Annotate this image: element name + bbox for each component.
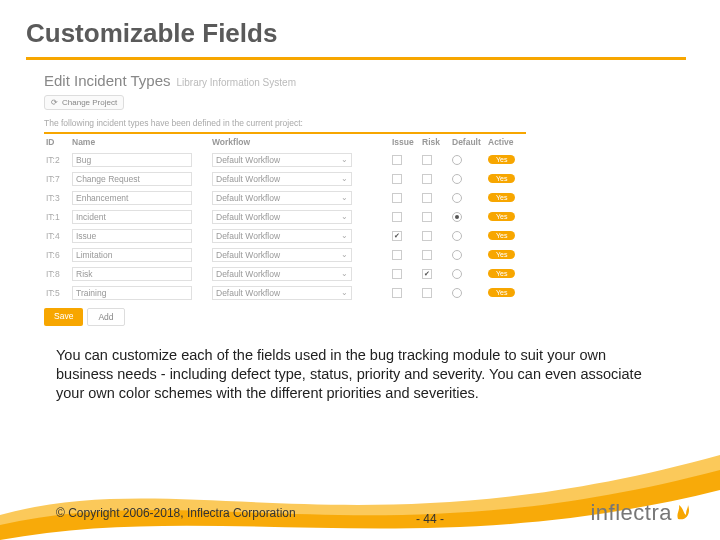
row-workflow-cell: Default Workflow⌄	[210, 169, 390, 188]
risk-checkbox[interactable]	[422, 288, 432, 298]
row-id: IT:1	[44, 207, 70, 226]
row-active-cell: Yes	[486, 226, 526, 245]
row-workflow-cell: Default Workflow⌄	[210, 283, 390, 302]
row-risk-cell	[420, 226, 450, 245]
flame-icon	[674, 501, 690, 526]
change-project-label: Change Project	[62, 98, 117, 107]
risk-checkbox[interactable]	[422, 155, 432, 165]
row-workflow-cell: Default Workflow⌄	[210, 264, 390, 283]
issue-checkbox[interactable]	[392, 193, 402, 203]
add-button[interactable]: Add	[87, 308, 124, 326]
name-input[interactable]	[72, 191, 192, 205]
slide-title: Customizable Fields	[0, 0, 720, 51]
row-id: IT:8	[44, 264, 70, 283]
name-input[interactable]	[72, 153, 192, 167]
workflow-select[interactable]: Default Workflow⌄	[212, 191, 352, 205]
workflow-select[interactable]: Default Workflow⌄	[212, 286, 352, 300]
active-toggle[interactable]: Yes	[488, 231, 515, 240]
active-toggle[interactable]: Yes	[488, 269, 515, 278]
risk-checkbox[interactable]: ✔	[422, 269, 432, 279]
issue-checkbox[interactable]	[392, 212, 402, 222]
active-toggle[interactable]: Yes	[488, 193, 515, 202]
copyright-text: © Copyright 2006-2018, Inflectra Corpora…	[56, 506, 296, 520]
name-input[interactable]	[72, 210, 192, 224]
row-id: IT:6	[44, 245, 70, 264]
risk-checkbox[interactable]	[422, 231, 432, 241]
issue-checkbox[interactable]	[392, 155, 402, 165]
screenshot-header: Edit Incident Types Library Information …	[44, 72, 676, 89]
workflow-select[interactable]: Default Workflow⌄	[212, 153, 352, 167]
row-active-cell: Yes	[486, 283, 526, 302]
name-input[interactable]	[72, 267, 192, 281]
chevron-down-icon: ⌄	[341, 250, 348, 259]
screenshot-title: Edit Incident Types	[44, 72, 170, 89]
row-default-cell	[450, 264, 486, 283]
col-header-workflow: Workflow	[210, 132, 390, 150]
active-toggle[interactable]: Yes	[488, 250, 515, 259]
workflow-select[interactable]: Default Workflow⌄	[212, 210, 352, 224]
active-toggle[interactable]: Yes	[488, 288, 515, 297]
active-toggle[interactable]: Yes	[488, 155, 515, 164]
save-button[interactable]: Save	[44, 308, 83, 326]
intro-text: The following incident types have been d…	[44, 118, 676, 128]
workflow-select[interactable]: Default Workflow⌄	[212, 267, 352, 281]
col-header-name: Name	[70, 132, 210, 150]
row-issue-cell	[390, 245, 420, 264]
row-id: IT:7	[44, 169, 70, 188]
row-active-cell: Yes	[486, 150, 526, 169]
default-radio[interactable]	[452, 212, 462, 222]
row-default-cell	[450, 226, 486, 245]
default-radio[interactable]	[452, 231, 462, 241]
row-issue-cell	[390, 264, 420, 283]
col-header-active: Active	[486, 132, 526, 150]
row-risk-cell	[420, 207, 450, 226]
issue-checkbox[interactable]	[392, 269, 402, 279]
issue-checkbox[interactable]: ✔	[392, 231, 402, 241]
row-name-cell	[70, 264, 210, 283]
change-project-button[interactable]: ⟳ Change Project	[44, 95, 124, 110]
issue-checkbox[interactable]	[392, 174, 402, 184]
name-input[interactable]	[72, 172, 192, 186]
inflectra-logo: inflectra	[590, 500, 690, 526]
workflow-select[interactable]: Default Workflow⌄	[212, 248, 352, 262]
issue-checkbox[interactable]	[392, 250, 402, 260]
row-name-cell	[70, 226, 210, 245]
row-name-cell	[70, 150, 210, 169]
row-workflow-cell: Default Workflow⌄	[210, 207, 390, 226]
active-toggle[interactable]: Yes	[488, 212, 515, 221]
name-input[interactable]	[72, 286, 192, 300]
action-row: Save Add	[44, 308, 676, 326]
active-toggle[interactable]: Yes	[488, 174, 515, 183]
logo-text: inflectra	[590, 500, 672, 526]
default-radio[interactable]	[452, 288, 462, 298]
default-radio[interactable]	[452, 193, 462, 203]
row-name-cell	[70, 188, 210, 207]
default-radio[interactable]	[452, 250, 462, 260]
risk-checkbox[interactable]	[422, 174, 432, 184]
row-issue-cell	[390, 283, 420, 302]
name-input[interactable]	[72, 229, 192, 243]
issue-checkbox[interactable]	[392, 288, 402, 298]
risk-checkbox[interactable]	[422, 250, 432, 260]
row-default-cell	[450, 245, 486, 264]
default-radio[interactable]	[452, 174, 462, 184]
row-risk-cell	[420, 188, 450, 207]
default-radio[interactable]	[452, 155, 462, 165]
row-risk-cell	[420, 150, 450, 169]
row-id: IT:5	[44, 283, 70, 302]
name-input[interactable]	[72, 248, 192, 262]
risk-checkbox[interactable]	[422, 212, 432, 222]
workflow-select[interactable]: Default Workflow⌄	[212, 172, 352, 186]
row-default-cell	[450, 169, 486, 188]
workflow-select[interactable]: Default Workflow⌄	[212, 229, 352, 243]
risk-checkbox[interactable]	[422, 193, 432, 203]
row-active-cell: Yes	[486, 207, 526, 226]
row-active-cell: Yes	[486, 188, 526, 207]
chevron-down-icon: ⌄	[341, 269, 348, 278]
page-number: - 44 -	[416, 512, 444, 526]
row-default-cell	[450, 188, 486, 207]
row-id: IT:3	[44, 188, 70, 207]
workflow-select-label: Default Workflow	[216, 193, 280, 203]
workflow-select-label: Default Workflow	[216, 212, 280, 222]
default-radio[interactable]	[452, 269, 462, 279]
